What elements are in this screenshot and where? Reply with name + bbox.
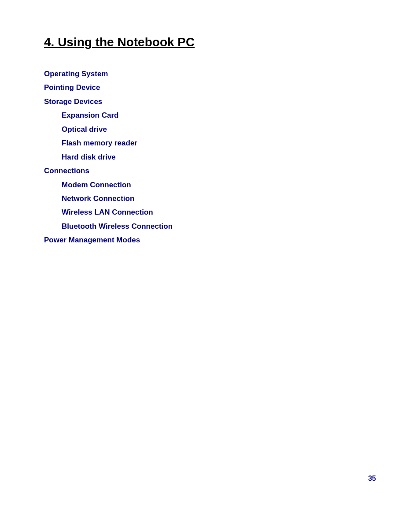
chapter-title: 4. Using the Notebook PC (44, 35, 376, 49)
toc-item-power-management-modes[interactable]: Power Management Modes (44, 233, 376, 247)
toc-item-connections[interactable]: Connections (44, 164, 376, 178)
toc-item-flash-memory-reader[interactable]: Flash memory reader (62, 136, 376, 150)
toc-item-expansion-card[interactable]: Expansion Card (62, 108, 376, 122)
toc-container: Operating SystemPointing DeviceStorage D… (44, 67, 376, 247)
toc-item-bluetooth-wireless-connection[interactable]: Bluetooth Wireless Connection (62, 219, 376, 233)
toc-item-network-connection[interactable]: Network Connection (62, 192, 376, 205)
page-number: 35 (368, 475, 376, 483)
toc-item-hard-disk-drive[interactable]: Hard disk drive (62, 150, 376, 164)
page: 4. Using the Notebook PC Operating Syste… (0, 0, 420, 509)
toc-item-pointing-device[interactable]: Pointing Device (44, 81, 376, 94)
toc-item-storage-devices[interactable]: Storage Devices (44, 95, 376, 108)
toc-item-optical-drive[interactable]: Optical drive (62, 123, 376, 136)
toc-item-modem-connection[interactable]: Modem Connection (62, 178, 376, 192)
toc-item-operating-system[interactable]: Operating System (44, 67, 376, 81)
toc-item-wireless-lan-connection[interactable]: Wireless LAN Connection (62, 205, 376, 219)
